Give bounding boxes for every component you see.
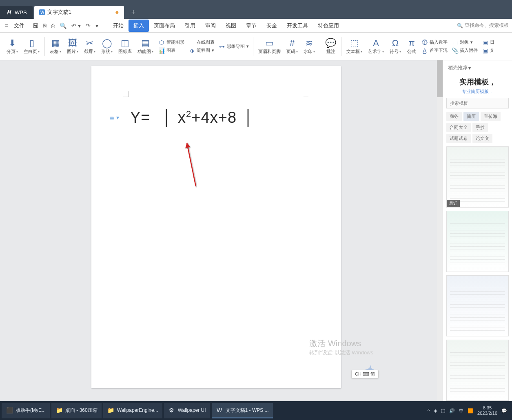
menu-insert[interactable]: 插入 — [129, 20, 149, 32]
folder-icon: 📁 — [107, 407, 115, 414]
print-preview-icon[interactable]: 🔍 — [60, 22, 66, 29]
ime-icon[interactable]: 中 — [459, 408, 463, 414]
redo-icon[interactable]: ↷ — [86, 22, 91, 29]
symbol-icon: Ω — [392, 38, 399, 49]
cat-thesis[interactable]: 论文文 — [472, 134, 492, 143]
tray-icon[interactable]: 🟧 — [468, 408, 473, 413]
ribbon-wordart[interactable]: A艺术字▾ — [366, 34, 386, 59]
cat-business[interactable]: 商务 — [446, 112, 462, 121]
ribbon-attachment[interactable]: 📎插入附件 — [452, 47, 478, 54]
ribbon-object[interactable]: ⬚对象▾ — [452, 39, 478, 46]
menu-dev-tools[interactable]: 开发工具 — [282, 20, 313, 32]
side-panel-header[interactable]: 稻壳推荐▾ — [443, 60, 512, 75]
ribbon-picture[interactable]: 🖼图片▾ — [64, 34, 81, 59]
new-tab-button[interactable]: + — [131, 8, 136, 17]
cat-exam[interactable]: 试题试卷 — [446, 134, 471, 143]
taskbar-item[interactable]: 📁桌面 - 360压缩 — [51, 403, 102, 418]
annotation-arrow-icon — [184, 139, 200, 188]
side-panel-title: 实用模板， — [443, 75, 512, 87]
scrollbar-thumb[interactable] — [437, 60, 443, 97]
template-thumbnail[interactable] — [446, 340, 509, 401]
menu-section[interactable]: 章节 — [241, 20, 262, 32]
ribbon-page-break[interactable]: ⬇分页▾ — [4, 34, 20, 59]
ribbon-flowchart[interactable]: ⬗流程图▾ — [188, 47, 215, 54]
ribbon-formula[interactable]: π公式 — [404, 34, 419, 59]
taskbar-clock[interactable]: 8:35 2023/2/10 — [477, 405, 497, 416]
ribbon-date[interactable]: ▣日 — [482, 39, 494, 46]
clock-date: 2023/2/10 — [477, 411, 497, 416]
tray-overflow-icon[interactable]: ^ — [428, 408, 430, 413]
ribbon-watermark[interactable]: ≋水印▾ — [301, 34, 317, 59]
undo-icon[interactable]: ↶ ▾ — [71, 22, 81, 29]
mindmap-icon: ⊶ — [219, 43, 225, 50]
ribbon-insert-number[interactable]: ⓵插入数字 — [421, 39, 448, 46]
hamburger-icon[interactable]: ≡ — [3, 22, 10, 30]
ribbon-comment[interactable]: 💬批注 — [323, 34, 339, 59]
qat-more-icon[interactable]: ▾ — [95, 22, 98, 29]
menu-page-layout[interactable]: 页面布局 — [149, 20, 180, 32]
document-page[interactable]: ▤ ▾ Y= ｜x2+4x+8｜ — [91, 66, 341, 388]
ribbon-icon-lib[interactable]: ◫图标库 — [116, 34, 134, 59]
ribbon-online-chart[interactable]: ⬚在线图表 — [188, 39, 215, 46]
file-menu[interactable]: 文件 — [11, 20, 27, 31]
cat-handwriting[interactable]: 手抄 — [472, 123, 488, 132]
date-icon: ▣ — [482, 39, 488, 46]
ribbon-shapes[interactable]: ◯形状▾ — [99, 34, 115, 59]
workspace: ▤ ▾ Y= ｜x2+4x+8｜ 激活 Windows 转到"设置"以激活 Wi… — [0, 60, 512, 401]
ribbon-header-footer[interactable]: ▭页眉和页脚 — [256, 34, 283, 59]
template-thumbnail[interactable]: 最近 — [446, 146, 509, 208]
taskbar-item[interactable]: ⚙Wallpaper UI — [164, 403, 210, 418]
ribbon-chart[interactable]: 📊图表 — [158, 47, 184, 54]
template-thumbnail[interactable] — [446, 275, 509, 336]
template-thumbnail[interactable] — [446, 211, 509, 272]
volume-icon[interactable]: 🔊 — [449, 408, 455, 413]
ribbon-smartart[interactable]: ⬡智能图形 — [158, 39, 184, 46]
save-icon[interactable]: 🖫 — [33, 22, 38, 29]
ribbon-page-number[interactable]: #页码▾ — [284, 34, 300, 59]
app-tab[interactable]: WPS — [0, 6, 33, 19]
template-search-input[interactable] — [446, 98, 509, 108]
command-search[interactable]: 🔍 查找命令、搜索模板 — [457, 22, 509, 29]
taskbar-item[interactable]: 📁WallpaperEngine... — [103, 403, 162, 418]
ribbon-textbox[interactable]: ⬚文本框▾ — [344, 34, 365, 59]
ribbon-drop-cap[interactable]: A̲首字下沉 — [421, 47, 448, 54]
cat-poster[interactable]: 宣传海 — [481, 112, 501, 121]
menubar: ≡ 文件 🖫 ⎘ ⎙ 🔍 ↶ ▾ ↷ ▾ 开始 插入 页面布局 引用 审阅 视图… — [0, 19, 512, 33]
app-tab-label: WPS — [15, 9, 27, 15]
menu-security[interactable]: 安全 — [262, 20, 282, 32]
menu-review[interactable]: 审阅 — [200, 20, 221, 32]
ribbon-function-chart[interactable]: ▤功能图▾ — [135, 34, 156, 59]
menu-start[interactable]: 开始 — [108, 20, 129, 32]
smartart-icon: ⬡ — [158, 39, 165, 46]
svg-text:W: W — [40, 10, 44, 15]
menu-view[interactable]: 视图 — [221, 20, 241, 32]
taskbar-item-active[interactable]: W文字文稿1 - WPS ... — [212, 403, 273, 418]
template-search[interactable] — [446, 98, 509, 108]
taskbar-item[interactable]: ⬛版助手(MyE... — [2, 403, 50, 418]
ribbon-text[interactable]: ▣文 — [482, 47, 494, 54]
ribbon-table[interactable]: ▦表格▾ — [47, 34, 64, 59]
comment-icon: 💬 — [325, 38, 336, 49]
ribbon-screenshot[interactable]: ✂截屏▾ — [82, 34, 98, 59]
notification-icon[interactable]: 💬 — [501, 408, 507, 413]
menu-special[interactable]: 特色应用 — [313, 20, 344, 32]
tray-icon[interactable]: ⬚ — [441, 408, 445, 413]
outline-handle-icon[interactable]: ▤ ▾ — [109, 114, 119, 121]
ribbon-symbol[interactable]: Ω符号▾ — [387, 34, 403, 59]
table-icon: ▦ — [51, 38, 60, 49]
print-icon[interactable]: ⎙ — [51, 22, 55, 29]
ribbon-mindmap[interactable]: ⊶思维导图▾ — [219, 43, 249, 50]
menu-references[interactable]: 引用 — [180, 20, 200, 32]
document-equation[interactable]: Y= ｜x2+4x+8｜ — [130, 105, 259, 129]
tray-icon[interactable]: ◈ — [434, 408, 437, 413]
ime-indicator[interactable]: CH ⌨ 简 — [351, 370, 379, 378]
ribbon-blank-page[interactable]: ▯空白页▾ — [21, 34, 42, 59]
recent-badge: 最近 — [447, 200, 460, 207]
icon-library-icon: ◫ — [121, 38, 129, 49]
vertical-scrollbar[interactable] — [437, 60, 443, 401]
document-tab[interactable]: W 文字文稿1 ● — [34, 6, 124, 19]
cat-contract[interactable]: 合同大全 — [446, 123, 471, 132]
cat-resume[interactable]: 简历 — [463, 112, 479, 121]
save-as-icon[interactable]: ⎘ — [43, 22, 47, 29]
canvas-area[interactable]: ▤ ▾ Y= ｜x2+4x+8｜ 激活 Windows 转到"设置"以激活 Wi… — [0, 60, 443, 401]
